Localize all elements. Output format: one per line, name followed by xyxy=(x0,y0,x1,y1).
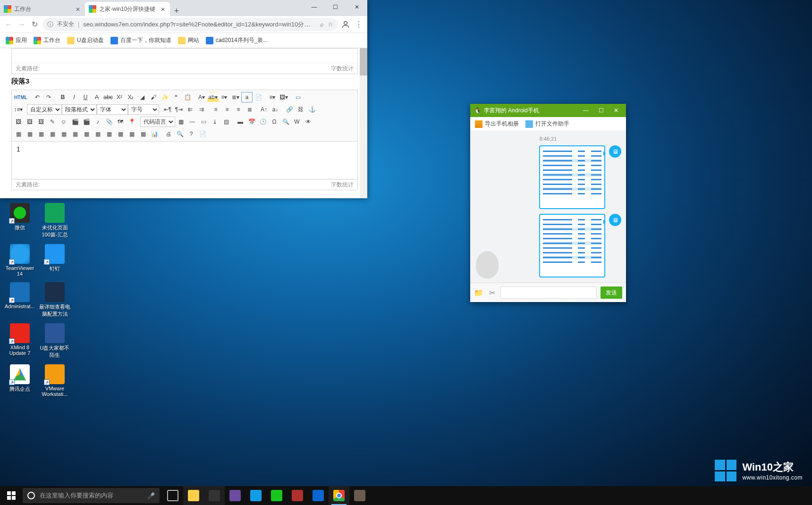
bold-button[interactable]: B xyxy=(57,92,68,102)
search-in-page-icon[interactable]: ⌕ xyxy=(320,21,324,28)
indent-left-button[interactable]: ⇤¶ xyxy=(162,104,173,115)
fontborder-button[interactable]: A xyxy=(91,92,102,102)
autoformat-button[interactable]: ✨ xyxy=(159,92,170,102)
chat-minimize-button[interactable]: — xyxy=(580,107,592,114)
unlink-button[interactable]: ⛓ xyxy=(295,104,306,115)
profile-button[interactable] xyxy=(340,18,351,31)
chat-screenshot-button[interactable]: ✂ xyxy=(487,288,497,297)
delete-row-button[interactable]: ▦ xyxy=(47,129,58,139)
font-size-select[interactable]: 字号 xyxy=(128,104,159,115)
taskbar-edge[interactable] xyxy=(308,486,329,505)
taskbar-search[interactable]: 在这里输入你要搜索的内容 🎤 xyxy=(23,488,160,503)
eraser-button[interactable]: ◢ xyxy=(136,92,148,102)
taskbar-avatar[interactable] xyxy=(349,486,370,505)
close-button[interactable]: ✕ xyxy=(346,0,367,14)
unordered-list-button[interactable]: ≣▾ xyxy=(230,92,241,102)
taskbar-app[interactable] xyxy=(225,486,245,505)
tolowercase-button[interactable]: a↓ xyxy=(270,104,281,115)
chat-send-button[interactable]: 发送 xyxy=(601,286,622,299)
anchor-button[interactable]: ⚓ xyxy=(306,104,318,115)
bookmark-item[interactable]: U盘启动盘 xyxy=(65,35,106,45)
taskbar-chrome[interactable] xyxy=(329,486,349,505)
taskbar-app[interactable] xyxy=(287,486,308,505)
maximize-button[interactable]: ☐ xyxy=(325,0,346,14)
wordimage-button[interactable]: W xyxy=(291,117,303,127)
chat-image-bubble[interactable] xyxy=(539,214,605,278)
nav-reload-button[interactable]: ↻ xyxy=(29,18,41,31)
hr-button[interactable]: — xyxy=(186,117,198,127)
chat-maximize-button[interactable]: ☐ xyxy=(595,107,607,114)
strike-button[interactable]: abc xyxy=(102,92,114,102)
indent-button[interactable]: ⇉ xyxy=(196,104,207,115)
subscript-button[interactable]: X₂ xyxy=(125,92,136,102)
video2-button[interactable]: 🎬 xyxy=(81,117,92,127)
export-album-button[interactable]: 导出手机相册 xyxy=(475,120,519,128)
start-button[interactable] xyxy=(0,486,23,505)
underline-button[interactable]: U xyxy=(80,92,91,102)
music-button[interactable]: ♪ xyxy=(92,117,103,127)
browser-tab-1[interactable]: 工作台 ✕ xyxy=(0,2,85,16)
link-button[interactable]: 🔗 xyxy=(284,104,295,115)
delete-col-button[interactable]: ▦ xyxy=(69,129,81,139)
tab-close-icon[interactable]: ✕ xyxy=(161,6,166,12)
taskbar-app[interactable] xyxy=(245,486,266,505)
video-button[interactable]: 🎬 xyxy=(69,117,81,127)
italic-button[interactable]: I xyxy=(68,92,80,102)
search-button[interactable]: 🔍 xyxy=(280,117,291,127)
pagebreak-button[interactable]: ⤓ xyxy=(209,117,220,127)
blockquote-button[interactable]: “ xyxy=(170,92,182,102)
chat-close-button[interactable]: ✕ xyxy=(610,107,622,114)
browser-tab-2[interactable]: 之家-win10分屏快捷键 ✕ xyxy=(85,2,170,16)
mic-icon[interactable]: 🎤 xyxy=(147,492,155,499)
outdent-button[interactable]: ⇇ xyxy=(185,104,196,115)
code-button[interactable]: ▦ xyxy=(175,117,186,127)
insert-col-button[interactable]: ▦ xyxy=(58,129,69,139)
date-button[interactable]: 📅 xyxy=(246,117,257,127)
table-button[interactable]: ▦ xyxy=(13,129,24,139)
taskbar-qq[interactable] xyxy=(204,486,225,505)
merge-right-button[interactable]: ▦ xyxy=(92,129,103,139)
bookmark-item[interactable]: 网站 xyxy=(176,35,201,45)
paragraph-format-select[interactable]: 段落格式 xyxy=(62,104,97,115)
chat-image-bubble[interactable] xyxy=(539,145,605,209)
bookmark-item[interactable]: 百度一下，你就知道 xyxy=(109,35,173,45)
nav-forward-button[interactable]: → xyxy=(16,18,27,31)
bookmark-star-icon[interactable]: ☆ xyxy=(328,21,333,28)
preview-button[interactable]: 👁 xyxy=(303,117,314,127)
chat-messages-area[interactable]: 8:46:21 🖥 xyxy=(470,131,626,282)
justify-right-button[interactable]: ≡ xyxy=(233,104,244,115)
desktop-icon-dingtalk[interactable]: ↗钉钉 xyxy=(38,244,72,277)
selectall-button[interactable]: a xyxy=(241,92,253,102)
chat-titlebar[interactable]: 🐧 李富翔的 Android手机 — ☐ ✕ xyxy=(470,104,626,117)
image-dropdown[interactable]: 🖼▾ xyxy=(278,92,289,102)
wordcount-link[interactable]: 字数统计 xyxy=(331,181,354,189)
align-dropdown[interactable]: ≡▾ xyxy=(267,92,278,102)
ordered-list-button[interactable]: ≡▾ xyxy=(219,92,230,102)
iframe-button[interactable]: ▭ xyxy=(198,117,209,127)
template-button[interactable]: ▤ xyxy=(220,117,232,127)
print-button[interactable]: 🖨 xyxy=(163,129,174,139)
nav-back-button[interactable]: ← xyxy=(3,18,14,31)
desktop-icon-qidian[interactable]: ↗腾讯企点 xyxy=(3,364,37,397)
taskbar-explorer[interactable] xyxy=(183,486,204,505)
chat-avatar[interactable]: 🖥 xyxy=(609,214,621,226)
split-rows-button[interactable]: ▦ xyxy=(126,129,137,139)
justify-left-button[interactable]: ≡ xyxy=(210,104,221,115)
chat-avatar[interactable]: 🖥 xyxy=(609,145,621,158)
font-family-select[interactable]: 字体 xyxy=(97,104,128,115)
desktop-icon-doc1[interactable]: 最详细查看电脑配置方法 xyxy=(38,282,72,318)
split-cols-button[interactable]: ▦ xyxy=(137,129,149,139)
indent-right-button[interactable]: ¶⇥ xyxy=(173,104,185,115)
fullscreen-button[interactable]: ▭ xyxy=(292,92,304,102)
new-tab-button[interactable]: + xyxy=(170,6,183,16)
time-button[interactable]: 🕒 xyxy=(257,117,269,127)
desktop-icon-admin[interactable]: ↗Administrat... xyxy=(3,282,37,318)
wordcount-link[interactable]: 字数统计 xyxy=(331,65,354,73)
help-button[interactable]: ? xyxy=(186,129,197,139)
snapscreen-button[interactable]: 🖼 xyxy=(35,117,47,127)
forecolor-button[interactable]: A▾ xyxy=(196,92,207,102)
lineheight-button[interactable]: ↕≡▾ xyxy=(13,104,24,115)
open-file-helper-button[interactable]: 打开文件助手 xyxy=(525,120,569,128)
tab-close-icon[interactable]: ✕ xyxy=(76,6,81,12)
drafts-button[interactable]: 📄 xyxy=(197,129,208,139)
